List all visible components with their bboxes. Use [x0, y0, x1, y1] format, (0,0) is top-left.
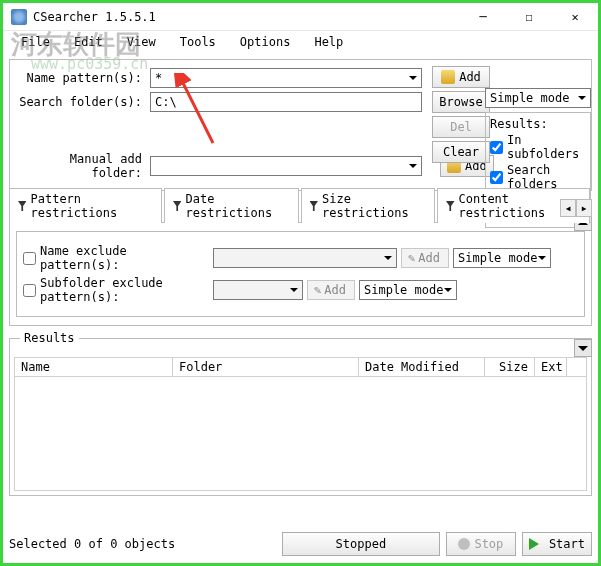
subfolder-exclude-checkbox[interactable]: Subfolder exclude pattern(s): — [23, 276, 209, 304]
col-date[interactable]: Date Modified — [359, 358, 485, 376]
tab-content-area: Name exclude pattern(s): ✎Add Simple mod… — [9, 223, 592, 326]
funnel-icon — [18, 201, 26, 211]
name-exclude-checkbox[interactable]: Name exclude pattern(s): — [23, 244, 209, 272]
play-icon — [529, 538, 545, 550]
results-body[interactable] — [14, 377, 587, 491]
col-size[interactable]: Size — [485, 358, 535, 376]
subfolder-exclude-mode[interactable]: Simple mode — [359, 280, 457, 300]
title-bar: CSearcher 1.5.5.1 ─ ☐ ✕ — [3, 3, 598, 31]
add-pattern-button[interactable]: Add — [432, 66, 490, 88]
selection-status: Selected 0 of 0 objects — [9, 537, 276, 551]
name-pattern-label: Name pattern(s): — [16, 71, 146, 85]
menu-file[interactable]: File — [9, 33, 62, 51]
maximize-button[interactable]: ☐ — [506, 3, 552, 30]
search-folder-input[interactable]: C:\ — [150, 92, 422, 112]
menu-options[interactable]: Options — [228, 33, 303, 51]
minimize-button[interactable]: ─ — [460, 3, 506, 30]
name-pattern-combo[interactable]: * — [150, 68, 422, 88]
del-button[interactable]: Del — [432, 116, 490, 138]
tab-pattern[interactable]: Pattern restrictions — [9, 188, 162, 223]
name-exclude-combo[interactable] — [213, 248, 397, 268]
folder-icon — [441, 70, 455, 84]
restrictions-tabs: Pattern restrictions Date restrictions S… — [9, 197, 592, 223]
col-ext[interactable]: Ext — [535, 358, 567, 376]
search-panel: Name pattern(s): * Search folder(s): C:\… — [9, 59, 592, 191]
results-legend: Results: — [490, 117, 586, 131]
menu-bar: File Edit View Tools Options Help — [3, 31, 598, 53]
manual-add-label: Manual add folder: — [16, 152, 146, 180]
search-folder-label: Search folder(s): — [16, 95, 146, 109]
panel-scroll-down[interactable] — [574, 339, 592, 357]
results-panel: Results Name Folder Date Modified Size E… — [9, 338, 592, 496]
subfolder-exclude-combo[interactable] — [213, 280, 303, 300]
tab-scroll-left[interactable]: ◂ — [560, 199, 576, 217]
funnel-icon — [173, 201, 181, 211]
subfolder-exclude-add[interactable]: ✎Add — [307, 280, 355, 300]
close-button[interactable]: ✕ — [552, 3, 598, 30]
tab-date[interactable]: Date restrictions — [164, 188, 299, 223]
col-folder[interactable]: Folder — [173, 358, 359, 376]
menu-tools[interactable]: Tools — [168, 33, 228, 51]
col-name[interactable]: Name — [15, 358, 173, 376]
menu-help[interactable]: Help — [302, 33, 355, 51]
start-button[interactable]: Start — [522, 532, 592, 556]
funnel-icon — [446, 201, 454, 211]
menu-view[interactable]: View — [115, 33, 168, 51]
name-exclude-add[interactable]: ✎Add — [401, 248, 449, 268]
mode-combo[interactable]: Simple mode — [485, 88, 591, 108]
subfolders-checkbox[interactable]: In subfolders — [490, 133, 586, 161]
name-exclude-mode[interactable]: Simple mode — [453, 248, 551, 268]
menu-edit[interactable]: Edit — [62, 33, 115, 51]
manual-add-combo[interactable] — [150, 156, 422, 176]
funnel-icon — [310, 201, 318, 211]
stop-button[interactable]: Stop — [446, 532, 516, 556]
results-header: Name Folder Date Modified Size Ext — [14, 357, 587, 377]
tab-size[interactable]: Size restrictions — [301, 188, 436, 223]
results-legend: Results — [20, 331, 79, 345]
app-icon — [11, 9, 27, 25]
stop-icon — [458, 538, 470, 550]
search-folders-checkbox[interactable]: Search folders — [490, 163, 586, 191]
status-bar: Selected 0 of 0 objects Stopped Stop Sta… — [9, 531, 592, 557]
clear-button[interactable]: Clear — [432, 141, 490, 163]
browse-button[interactable]: Browse — [432, 91, 490, 113]
tab-scroll-right[interactable]: ▸ — [576, 199, 592, 217]
window-title: CSearcher 1.5.5.1 — [33, 10, 460, 24]
status-stopped: Stopped — [282, 532, 440, 556]
